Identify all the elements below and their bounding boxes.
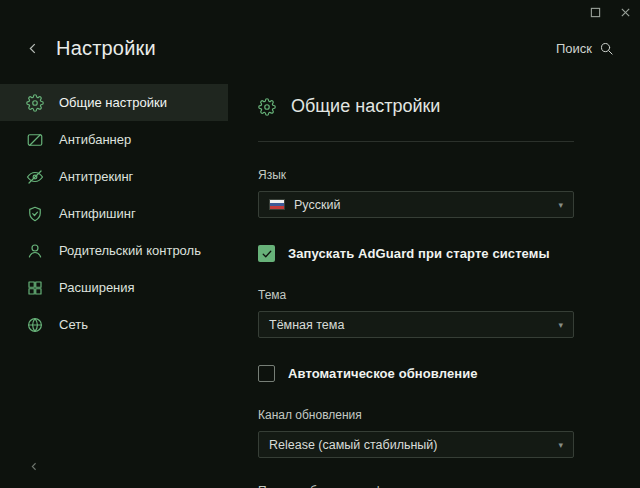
sidebar-item-label: Антифишинг <box>59 206 136 221</box>
sidebar-collapse-button[interactable] <box>22 454 46 478</box>
sidebar-item-label: Общие настройки <box>59 95 167 110</box>
sidebar-item-antiphishing[interactable]: Антифишинг <box>0 195 228 232</box>
sidebar-item-label: Антибаннер <box>59 132 131 147</box>
check-icon <box>261 248 273 260</box>
gear-icon <box>258 98 276 116</box>
autostart-checkbox-row[interactable]: Запускать AdGuard при старте системы <box>258 245 640 262</box>
back-button[interactable] <box>20 35 46 61</box>
language-select[interactable]: Русский ▾ <box>258 191 574 218</box>
content-title: Общие настройки <box>258 96 640 117</box>
theme-label: Тема <box>258 288 640 302</box>
russia-flag-icon <box>269 199 285 210</box>
eye-slashed-icon <box>26 168 44 186</box>
sidebar-item-label: Антитрекинг <box>59 169 133 184</box>
language-value: Русский <box>294 198 340 212</box>
theme-select[interactable]: Тёмная тема ▾ <box>258 311 574 338</box>
grid-squares-icon <box>26 279 44 297</box>
shield-check-icon <box>26 205 44 223</box>
search-button[interactable]: Поиск <box>556 41 614 56</box>
update-channel-label: Канал обновления <box>258 408 640 422</box>
autoupdate-checkbox[interactable] <box>258 365 275 382</box>
autoupdate-label: Автоматическое обновление <box>288 366 478 381</box>
section-title: Общие настройки <box>291 96 440 117</box>
chevron-left-icon <box>26 41 41 56</box>
sidebar: Общие настройки Антибаннер Антитрекинг А… <box>0 70 228 488</box>
close-button[interactable] <box>610 0 640 24</box>
update-channel-value: Release (самый стабильный) <box>269 438 438 452</box>
sidebar-item-parental-control[interactable]: Родительский контроль <box>0 232 228 269</box>
page-title: Настройки <box>56 37 156 60</box>
gear-icon <box>26 94 44 112</box>
sidebar-item-extensions[interactable]: Расширения <box>0 269 228 306</box>
sidebar-item-label: Сеть <box>59 317 88 332</box>
autostart-label: Запускать AdGuard при старте системы <box>288 246 550 261</box>
banner-blocked-icon <box>26 131 44 149</box>
person-icon <box>26 242 44 260</box>
chevron-left-icon <box>28 460 41 473</box>
search-icon <box>599 41 614 56</box>
close-icon <box>620 7 631 18</box>
divider <box>258 141 574 142</box>
theme-value: Тёмная тема <box>269 318 344 332</box>
app-window: Настройки Поиск Общие настройки Антибанн… <box>0 0 640 488</box>
globe-icon <box>26 316 44 334</box>
autostart-checkbox[interactable] <box>258 245 275 262</box>
sidebar-item-antibanner[interactable]: Антибаннер <box>0 121 228 158</box>
sidebar-item-general[interactable]: Общие настройки <box>0 84 228 121</box>
maximize-button[interactable] <box>580 0 610 24</box>
search-label: Поиск <box>556 41 592 56</box>
sidebar-item-label: Родительский контроль <box>59 243 201 258</box>
title-bar <box>0 0 640 26</box>
autoupdate-checkbox-row[interactable]: Автоматическое обновление <box>258 365 640 382</box>
chevron-down-icon: ▾ <box>558 200 563 210</box>
update-channel-select[interactable]: Release (самый стабильный) ▾ <box>258 431 574 458</box>
sidebar-item-label: Расширения <box>59 280 135 295</box>
maximize-icon <box>590 7 601 18</box>
window-controls <box>580 0 640 24</box>
window-body: Общие настройки Антибаннер Антитрекинг А… <box>0 70 640 488</box>
settings-content: Общие настройки Язык Русский ▾ Запускать… <box>228 70 640 488</box>
sidebar-item-antitracking[interactable]: Антитрекинг <box>0 158 228 195</box>
header: Настройки Поиск <box>0 26 640 70</box>
language-label: Язык <box>258 168 640 182</box>
filters-update-period-label: Период обновления фильтров <box>258 484 640 488</box>
chevron-down-icon: ▾ <box>558 320 563 330</box>
chevron-down-icon: ▾ <box>558 440 563 450</box>
sidebar-item-network[interactable]: Сеть <box>0 306 228 343</box>
